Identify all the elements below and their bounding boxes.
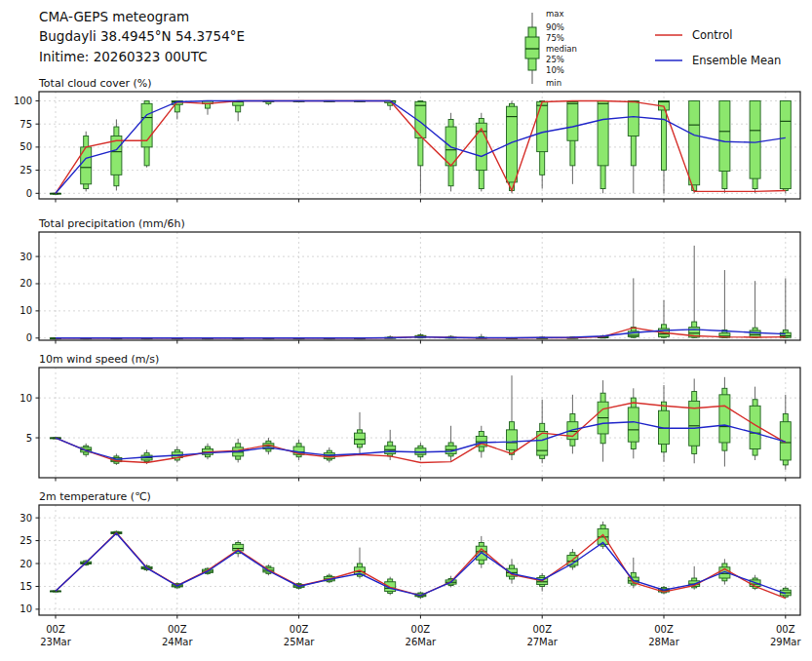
boxplot xyxy=(233,540,244,557)
boxplot xyxy=(628,388,638,458)
boxplot xyxy=(233,100,244,121)
panel-2m-temperature: 10152025302m temperature (℃) xyxy=(19,490,800,619)
panel-total-precipitation-mm-6h: 0102030Total precipitation (mm/6h) xyxy=(19,217,800,344)
boxplot xyxy=(689,378,700,463)
y-tick-label: 25 xyxy=(19,165,32,175)
boxplot xyxy=(659,100,670,193)
x-tick-label-date: 29Mar xyxy=(770,637,801,647)
meteogram-canvas: CMA-GEPS meteogramBugdayli 38.4945°N 54.… xyxy=(0,0,812,661)
boxplot xyxy=(293,440,304,460)
inittime-subtitle: Initime: 20260323 00UTC xyxy=(39,49,208,64)
boxplot xyxy=(598,100,608,193)
boxplot xyxy=(719,100,730,193)
y-tick-label: 10 xyxy=(19,603,32,614)
boxplot-legend: max90%75%median25%10%min xyxy=(525,9,577,88)
boxplot xyxy=(415,443,426,460)
boxplot xyxy=(81,132,92,192)
panel-title: 10m wind speed (m/s) xyxy=(39,353,159,366)
boxplot xyxy=(780,100,791,193)
location-subtitle: Bugdayli 38.4945°N 54.3754°E xyxy=(39,28,245,44)
x-tick-label-hour: 00Z xyxy=(532,624,552,635)
x-tick-label-hour: 00Z xyxy=(290,624,309,635)
y-tick-label: 75 xyxy=(19,119,32,130)
x-tick-label-date: 26Mar xyxy=(406,637,437,647)
boxplot xyxy=(355,412,366,454)
x-tick-label-date: 25Mar xyxy=(284,637,315,647)
p25-p75-box xyxy=(719,100,730,171)
legend-box-label: min xyxy=(546,78,561,88)
boxplot xyxy=(598,380,608,462)
x-tick-label-hour: 00Z xyxy=(654,624,674,635)
panel-10m-wind-speed-m-s: 51010m wind speed (m/s) xyxy=(19,353,800,482)
p25-p75-box xyxy=(628,408,638,442)
p25-p75-box xyxy=(445,127,456,166)
y-tick-label: 30 xyxy=(19,252,32,262)
x-tick-label-date: 28Mar xyxy=(648,637,679,647)
x-tick-label-hour: 00Z xyxy=(411,624,431,635)
boxplot xyxy=(141,100,152,167)
boxplot xyxy=(780,278,791,337)
y-tick-label: 50 xyxy=(19,141,32,152)
legend-box-label: 10% xyxy=(546,65,564,75)
panel-title: 2m temperature (℃) xyxy=(39,490,151,503)
y-tick-label: 20 xyxy=(19,559,32,569)
p25-p75-box xyxy=(780,100,791,188)
legend-box-label: 25% xyxy=(546,55,564,64)
header: CMA-GEPS meteogramBugdayli 38.4945°N 54.… xyxy=(39,9,245,64)
boxplot xyxy=(750,281,760,338)
p25-p75-box xyxy=(689,100,700,184)
legend-box-label: 75% xyxy=(546,33,564,43)
y-tick-label: 0 xyxy=(26,188,32,199)
x-tick-label-date: 23Mar xyxy=(40,637,71,647)
p25-p75-box xyxy=(719,395,730,443)
legend-outer-box xyxy=(525,37,539,58)
boxplot xyxy=(537,400,548,464)
control-legend-label: Control xyxy=(692,28,733,42)
p25-p75-box xyxy=(355,433,366,444)
boxplot xyxy=(719,377,730,467)
y-tick-label: 5 xyxy=(26,433,32,444)
line-legend: ControlEnsemble Mean xyxy=(655,28,781,67)
p25-p75-box xyxy=(567,101,578,140)
y-tick-label: 25 xyxy=(19,535,32,546)
p25-p75-box xyxy=(628,100,638,136)
panel-total-cloud-cover: 0255075100Total cloud cover (%) xyxy=(14,77,800,203)
y-tick-label: 15 xyxy=(19,581,32,592)
y-tick-label: 100 xyxy=(14,96,32,106)
boxplot xyxy=(567,100,578,183)
boxplot xyxy=(567,395,578,454)
p25-p75-box xyxy=(507,430,518,449)
y-tick-label: 0 xyxy=(26,332,32,343)
boxplot xyxy=(476,113,486,192)
x-tick-label-date: 27Mar xyxy=(526,637,558,647)
p25-p75-box xyxy=(750,100,760,178)
ensemble-mean-legend-label: Ensemble Mean xyxy=(692,54,781,67)
meteogram-page: CMA-GEPS meteogramBugdayli 38.4945°N 54.… xyxy=(0,0,812,661)
p25-p75-box xyxy=(415,448,426,455)
boxplot xyxy=(689,246,700,338)
boxplot xyxy=(537,573,548,592)
boxplot xyxy=(445,113,456,192)
p25-p75-box xyxy=(598,100,608,165)
legend-box-label: 90% xyxy=(546,22,564,32)
x-tick-label-hour: 00Z xyxy=(776,624,795,635)
boxplot xyxy=(111,119,122,190)
legend-box-label: max xyxy=(546,9,564,19)
boxplot xyxy=(719,270,730,338)
boxplot xyxy=(263,100,274,105)
boxplot xyxy=(780,395,791,470)
x-tick-label-hour: 00Z xyxy=(168,624,187,635)
boxplot xyxy=(659,385,670,462)
boxplot xyxy=(51,193,61,194)
page-title: CMA-GEPS meteogram xyxy=(39,9,189,24)
panel-frame xyxy=(39,505,800,615)
boxplot xyxy=(507,375,518,460)
boxplot xyxy=(750,100,760,193)
y-tick-label: 10 xyxy=(19,305,32,316)
boxplot xyxy=(476,426,486,458)
boxplot xyxy=(445,426,456,461)
y-tick-label: 20 xyxy=(19,278,32,289)
legend-box-label: median xyxy=(546,44,577,54)
panel-title: Total precipitation (mm/6h) xyxy=(38,217,185,230)
p25-p75-box xyxy=(750,330,760,337)
